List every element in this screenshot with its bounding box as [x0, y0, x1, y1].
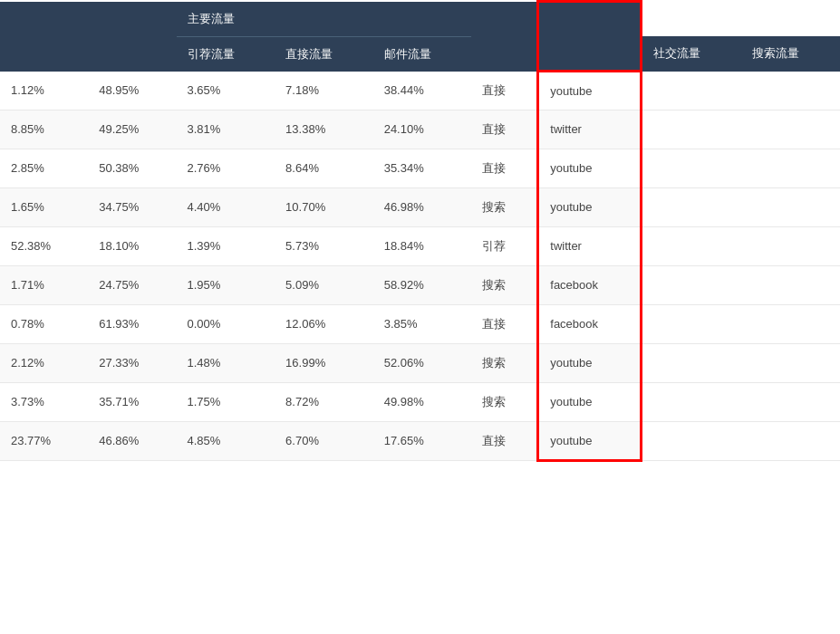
social-cell: 5.73% [275, 226, 373, 265]
main-traffic-cell: 直接 [471, 149, 538, 187]
search-cell: 35.34% [373, 149, 472, 187]
email-cell: 1.95% [177, 265, 275, 304]
main-traffic-cell: 直接 [471, 72, 538, 110]
table-wrapper: 主要流量 引荐流量 直接流量 邮件流量 社交流量 搜索流量 1.12% 48.9… [0, 0, 840, 462]
main-social-cell: twitter [538, 110, 642, 149]
direct-cell: 35.71% [88, 382, 176, 421]
direct-cell: 24.75% [88, 265, 176, 304]
social-cell: 16.99% [275, 343, 373, 382]
main-social-cell: youtube [538, 421, 642, 460]
data-table: 主要流量 引荐流量 直接流量 邮件流量 社交流量 搜索流量 1.12% 48.9… [0, 0, 840, 462]
email-cell: 4.40% [177, 187, 275, 226]
search-cell: 58.92% [373, 265, 472, 304]
email-cell: 0.00% [177, 304, 275, 343]
table-row: 1.71% 24.75% 1.95% 5.09% 58.92% 搜索 faceb… [0, 265, 840, 304]
email-cell: 1.48% [177, 343, 275, 382]
referral-cell: 52.38% [0, 226, 88, 265]
header-row-1: 主要流量 [0, 2, 840, 37]
main-traffic-cell: 搜索 [471, 265, 538, 304]
social-cell: 12.06% [275, 304, 373, 343]
search-cell: 3.85% [373, 304, 472, 343]
referral-cell: 8.85% [0, 110, 88, 149]
social-cell: 10.70% [275, 187, 373, 226]
main-traffic-cell: 搜索 [471, 382, 538, 421]
email-header: 邮件流量 [373, 36, 472, 72]
table-row: 2.12% 27.33% 1.48% 16.99% 52.06% 搜索 yout… [0, 343, 840, 382]
main-social-cell: twitter [538, 226, 642, 265]
social-header: 社交流量 [642, 36, 742, 72]
main-social-cell: youtube [538, 187, 642, 226]
email-cell: 2.76% [177, 149, 275, 187]
main-traffic-cell: 直接 [471, 110, 538, 149]
referral-cell: 0.78% [0, 304, 88, 343]
search-cell: 38.44% [373, 72, 472, 110]
table-row: 2.85% 50.38% 2.76% 8.64% 35.34% 直接 youtu… [0, 149, 840, 187]
main-social-cell: youtube [538, 72, 642, 110]
table-row: 23.77% 46.86% 4.85% 6.70% 17.65% 直接 yout… [0, 421, 840, 460]
search-header: 搜索流量 [741, 36, 840, 72]
direct-cell: 48.95% [88, 72, 176, 110]
direct-cell: 27.33% [88, 343, 176, 382]
table-row: 8.85% 49.25% 3.81% 13.38% 24.10% 直接 twit… [0, 110, 840, 149]
main-traffic-cell: 引荐 [471, 226, 538, 265]
direct-cell: 46.86% [88, 421, 176, 460]
empty-header-1 [0, 2, 177, 72]
main-social-traffic-header [538, 2, 642, 72]
main-social-cell: youtube [538, 343, 642, 382]
referral-cell: 2.12% [0, 343, 88, 382]
main-social-cell: facebook [538, 304, 642, 343]
main-traffic-cell: 直接 [471, 421, 538, 460]
referral-cell: 3.73% [0, 382, 88, 421]
direct-header: 直接流量 [275, 36, 373, 72]
table-row: 1.65% 34.75% 4.40% 10.70% 46.98% 搜索 yout… [0, 187, 840, 226]
referral-cell: 23.77% [0, 421, 88, 460]
table-row: 1.12% 48.95% 3.65% 7.18% 38.44% 直接 youtu… [0, 72, 840, 110]
main-social-cell: facebook [538, 265, 642, 304]
main-traffic-cell: 搜索 [471, 187, 538, 226]
email-cell: 3.81% [177, 110, 275, 149]
table-row: 0.78% 61.93% 0.00% 12.06% 3.85% 直接 faceb… [0, 304, 840, 343]
direct-cell: 61.93% [88, 304, 176, 343]
table-row: 52.38% 18.10% 1.39% 5.73% 18.84% 引荐 twit… [0, 226, 840, 265]
email-cell: 3.65% [177, 72, 275, 110]
referral-cell: 1.65% [0, 187, 88, 226]
social-cell: 5.09% [275, 265, 373, 304]
social-cell: 7.18% [275, 72, 373, 110]
social-cell: 13.38% [275, 110, 373, 149]
main-traffic-cell: 直接 [471, 304, 538, 343]
direct-cell: 18.10% [88, 226, 176, 265]
table-row: 3.73% 35.71% 1.75% 8.72% 49.98% 搜索 youtu… [0, 382, 840, 421]
traffic-source-header: 主要流量 [177, 2, 472, 37]
referral-header: 引荐流量 [177, 36, 275, 72]
email-cell: 4.85% [177, 421, 275, 460]
search-cell: 17.65% [373, 421, 472, 460]
search-cell: 18.84% [373, 226, 472, 265]
search-cell: 52.06% [373, 343, 472, 382]
search-cell: 49.98% [373, 382, 472, 421]
main-traffic-cell: 搜索 [471, 343, 538, 382]
direct-cell: 49.25% [88, 110, 176, 149]
search-cell: 46.98% [373, 187, 472, 226]
direct-cell: 34.75% [88, 187, 176, 226]
main-traffic-header [471, 2, 538, 72]
social-cell: 8.64% [275, 149, 373, 187]
referral-cell: 2.85% [0, 149, 88, 187]
main-social-cell: youtube [538, 382, 642, 421]
direct-cell: 50.38% [88, 149, 176, 187]
email-cell: 1.75% [177, 382, 275, 421]
email-cell: 1.39% [177, 226, 275, 265]
search-cell: 24.10% [373, 110, 472, 149]
main-social-cell: youtube [538, 149, 642, 187]
social-cell: 8.72% [275, 382, 373, 421]
referral-cell: 1.12% [0, 72, 88, 110]
referral-cell: 1.71% [0, 265, 88, 304]
social-cell: 6.70% [275, 421, 373, 460]
